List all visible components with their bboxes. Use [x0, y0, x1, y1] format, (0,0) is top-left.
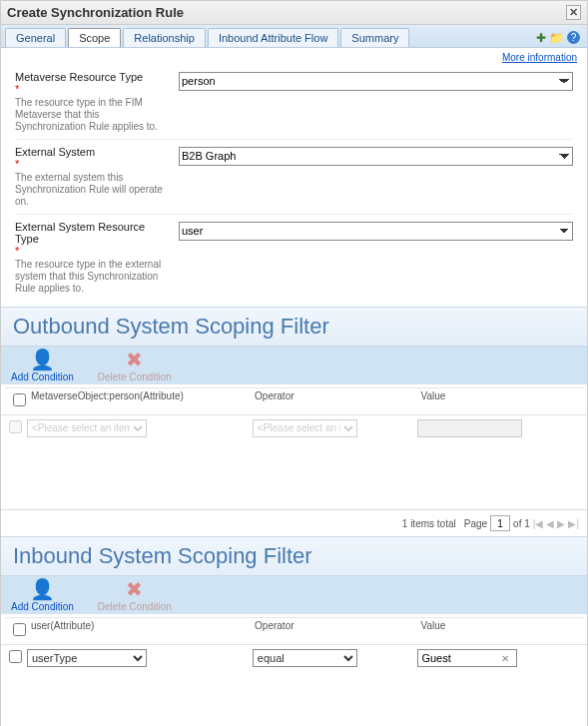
metaverse-type-select[interactable]: person: [179, 72, 573, 91]
outbound-col-op: Operator: [251, 387, 416, 411]
outbound-attr-select: <Please select an item>: [27, 419, 147, 437]
clear-input-icon[interactable]: ✕: [501, 653, 509, 664]
person-plus-icon: 👤: [30, 350, 55, 371]
outbound-delete-condition: ✖ Delete Condition: [98, 350, 172, 382]
outbound-col-attr: MetaverseObject:person(Attribute): [27, 387, 251, 411]
ext-system-select[interactable]: B2B Graph: [179, 147, 573, 166]
ext-type-select[interactable]: user: [179, 222, 573, 241]
prev-page-icon[interactable]: ◀: [546, 518, 554, 529]
ext-system-label: External System: [15, 146, 167, 158]
required-marker: *: [15, 83, 19, 95]
dialog-title: Create Synchronization Rule: [7, 5, 184, 20]
tab-summary[interactable]: Summary: [340, 28, 409, 47]
last-page-icon[interactable]: ▶|: [568, 518, 579, 529]
title-bar: Create Synchronization Rule ✕: [1, 1, 587, 25]
ext-type-label: External System Resource Type: [15, 221, 167, 245]
inbound-col-val: Value: [417, 617, 583, 641]
inbound-grid-header: user(Attribute) Operator Value: [1, 614, 587, 645]
inbound-row: userType equal ✕: [1, 645, 587, 669]
inbound-heading: Inbound System Scoping Filter: [1, 536, 587, 576]
outbound-col-val: Value: [417, 387, 583, 411]
outbound-add-condition[interactable]: 👤 Add Condition: [11, 350, 74, 382]
inbound-add-condition[interactable]: 👤 Add Condition: [11, 579, 74, 612]
first-page-icon[interactable]: |◀: [533, 518, 544, 529]
outbound-toolbar: 👤 Add Condition ✖ Delete Condition: [1, 347, 587, 384]
new-item-icon[interactable]: ✚: [536, 31, 546, 45]
tab-inbound-attr-flow[interactable]: Inbound Attribute Flow: [208, 28, 338, 47]
inbound-delete-condition: ✖ Delete Condition: [98, 579, 172, 612]
outbound-page-input[interactable]: [490, 515, 510, 531]
close-icon[interactable]: ✕: [566, 5, 581, 20]
required-marker: *: [15, 245, 19, 257]
more-info-link[interactable]: More information: [502, 52, 577, 63]
outbound-op-select: <Please select an item>: [253, 419, 357, 437]
folder-icon[interactable]: 📁: [549, 31, 564, 45]
inbound-select-all[interactable]: [13, 623, 26, 636]
outbound-select-all[interactable]: [13, 393, 26, 406]
outbound-row-check: [9, 420, 22, 433]
tab-general[interactable]: General: [5, 28, 66, 47]
tab-relationship[interactable]: Relationship: [123, 28, 206, 47]
help-icon[interactable]: ?: [567, 31, 580, 44]
outbound-items-total: 1 items total: [402, 518, 456, 529]
metaverse-type-label: Metaverse Resource Type: [15, 71, 167, 83]
inbound-col-op: Operator: [251, 617, 416, 641]
next-page-icon[interactable]: ▶: [557, 518, 565, 529]
inbound-op-select[interactable]: equal: [253, 649, 357, 667]
ext-system-desc: The external system this Synchronization…: [15, 172, 167, 208]
inbound-attr-select[interactable]: userType: [27, 649, 147, 667]
inbound-col-attr: user(Attribute): [27, 617, 251, 641]
delete-x-icon: ✖: [126, 579, 143, 601]
delete-x-icon: ✖: [126, 350, 143, 371]
metaverse-type-desc: The resource type in the FIM Metaverse t…: [15, 97, 167, 133]
person-plus-icon: 👤: [30, 579, 55, 601]
outbound-row: <Please select an item> <Please select a…: [1, 415, 587, 439]
inbound-row-check[interactable]: [9, 650, 22, 663]
outbound-heading: Outbound System Scoping Filter: [1, 307, 587, 347]
tab-scope[interactable]: Scope: [68, 28, 121, 47]
inbound-toolbar: 👤 Add Condition ✖ Delete Condition: [1, 576, 587, 614]
outbound-grid-header: MetaverseObject:person(Attribute) Operat…: [1, 384, 587, 415]
outbound-val-input: [417, 419, 522, 437]
tab-strip: General Scope Relationship Inbound Attri…: [1, 25, 587, 48]
outbound-footer: 1 items total Page of 1 |◀ ◀ ▶ ▶|: [1, 509, 587, 536]
ext-type-desc: The resource type in the external system…: [15, 259, 167, 295]
required-marker: *: [15, 158, 19, 170]
